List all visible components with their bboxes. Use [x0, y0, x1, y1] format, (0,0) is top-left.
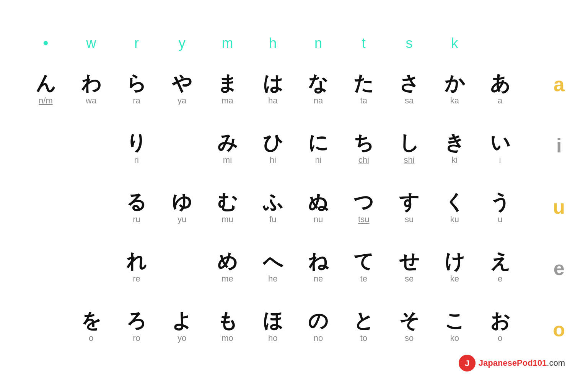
romaji-4-10: o	[479, 333, 521, 343]
romaji-4-7: to	[342, 333, 385, 343]
header-col-0: •	[23, 31, 68, 59]
cell-3-4: めme	[205, 237, 250, 297]
romaji-1-7: chi	[342, 155, 385, 165]
cell-1-3	[159, 119, 205, 178]
kana-2-5: ふ	[252, 191, 294, 213]
cell-0-1: わwa	[68, 59, 114, 119]
table-row-1: りri みmiひhiにniちchiしshiきkiいi	[23, 119, 545, 178]
cell-4-8: そso	[386, 297, 432, 356]
header-col-1: w	[68, 31, 114, 59]
cell-4-1: をo	[68, 297, 114, 356]
kana-1-7: ち	[342, 132, 385, 154]
vowel-label-u: u	[553, 176, 565, 237]
main-table: •wrymhntsk んn/mわwaらraやyaまmaはhaなnaたtaさsaか…	[23, 31, 545, 360]
cell-3-3	[159, 237, 205, 297]
romaji-1-6: ni	[297, 155, 340, 165]
header-col-10	[477, 31, 523, 59]
cell-2-4: むmu	[205, 178, 250, 237]
romaji-0-10: a	[479, 96, 521, 106]
romaji-0-5: ha	[252, 96, 294, 106]
romaji-3-6: ne	[297, 274, 340, 284]
cell-0-3: やya	[159, 59, 205, 119]
kana-0-3: や	[161, 72, 203, 94]
romaji-4-8: so	[388, 333, 430, 343]
cell-1-2: りri	[114, 119, 160, 178]
cell-0-7: たta	[341, 59, 386, 119]
kana-2-9: く	[433, 191, 476, 213]
kana-4-9: こ	[433, 310, 476, 332]
kana-0-9: か	[433, 72, 476, 94]
header-col-9: k	[432, 31, 477, 59]
table-row-3: れre めmeへheねneてteせseけkeえe	[23, 237, 545, 297]
chart-container: •wrymhntsk んn/mわwaらraやyaまmaはhaなnaたtaさsaか…	[23, 31, 565, 360]
romaji-2-9: ku	[433, 214, 476, 224]
romaji-0-4: ma	[206, 96, 249, 106]
kana-1-9: き	[433, 132, 476, 154]
table-row-4: をoろroよyoもmoほhoのnoとtoそsoこkoおo	[23, 297, 545, 356]
romaji-0-9: ka	[433, 96, 476, 106]
cell-0-10: あa	[477, 59, 523, 119]
kana-4-2: ろ	[116, 310, 158, 332]
kana-0-1: わ	[70, 72, 112, 94]
kana-1-6: に	[297, 132, 340, 154]
header-col-3: y	[159, 31, 205, 59]
kana-0-7: た	[342, 72, 385, 94]
cell-4-5: ほho	[250, 297, 296, 356]
kana-2-2: る	[116, 191, 158, 213]
kana-4-4: も	[206, 310, 249, 332]
header-col-6: n	[296, 31, 341, 59]
romaji-4-6: no	[297, 333, 340, 343]
vowel-label-o: o	[553, 299, 565, 360]
kana-1-10: い	[479, 132, 521, 154]
romaji-1-4: mi	[206, 155, 249, 165]
kana-4-1: を	[70, 310, 112, 332]
kana-1-2: り	[116, 132, 158, 154]
cell-3-10: えe	[477, 237, 523, 297]
kana-0-10: あ	[479, 72, 521, 94]
kana-3-8: せ	[388, 250, 430, 272]
table-row-2: るruゆyuむmuふfuぬnuつtsuすsuくkuうu	[23, 178, 545, 237]
kana-4-8: そ	[388, 310, 430, 332]
cell-1-4: みmi	[205, 119, 250, 178]
logo-icon: J	[459, 355, 476, 372]
cell-3-8: せse	[386, 237, 432, 297]
kana-0-5: は	[252, 72, 294, 94]
kana-4-10: お	[479, 310, 521, 332]
page: •wrymhntsk んn/mわwaらraやyaまmaはhaなnaたtaさsaか…	[0, 0, 588, 383]
cell-0-5: はha	[250, 59, 296, 119]
cell-2-6: ぬnu	[296, 178, 341, 237]
kana-0-2: ら	[116, 72, 158, 94]
kana-0-4: ま	[206, 72, 249, 94]
cell-2-2: るru	[114, 178, 160, 237]
romaji-4-2: ro	[116, 333, 158, 343]
cell-4-9: こko	[432, 297, 477, 356]
kana-3-2: れ	[116, 250, 158, 272]
kana-3-5: へ	[252, 250, 294, 272]
cell-4-4: もmo	[205, 297, 250, 356]
kana-4-7: と	[342, 310, 385, 332]
kana-2-7: つ	[342, 191, 385, 213]
romaji-3-5: he	[252, 274, 294, 284]
kana-3-6: ね	[297, 250, 340, 272]
kana-0-0: ん	[24, 72, 67, 94]
romaji-0-0: n/m	[24, 96, 67, 106]
kana-2-8: す	[388, 191, 430, 213]
kana-2-3: ゆ	[161, 191, 203, 213]
cell-0-6: なna	[296, 59, 341, 119]
vowel-label-i: i	[553, 115, 565, 176]
romaji-3-9: ke	[433, 274, 476, 284]
cell-2-7: つtsu	[341, 178, 386, 237]
romaji-0-6: na	[297, 96, 340, 106]
cell-1-8: しshi	[386, 119, 432, 178]
cell-3-0	[23, 237, 68, 297]
cell-4-2: ろro	[114, 297, 160, 356]
romaji-4-1: o	[70, 333, 112, 343]
cell-4-0	[23, 297, 68, 356]
cell-0-2: らra	[114, 59, 160, 119]
romaji-2-3: yu	[161, 214, 203, 224]
logo-text: JapanesePod101.com	[479, 358, 565, 368]
hiragana-table: •wrymhntsk んn/mわwaらraやyaまmaはhaなnaたtaさsaか…	[23, 31, 545, 356]
kana-2-10: う	[479, 191, 521, 213]
kana-3-10: え	[479, 250, 521, 272]
romaji-2-5: fu	[252, 214, 294, 224]
